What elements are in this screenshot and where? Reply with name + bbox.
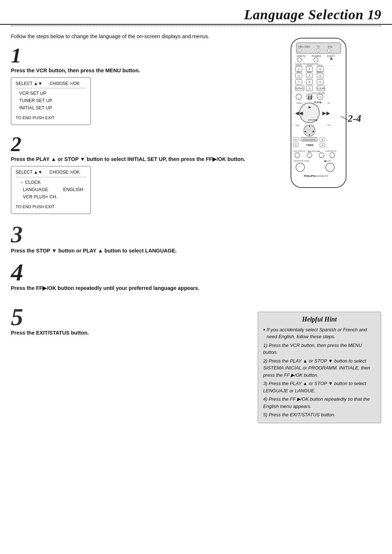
bottom-left: 5 Press the EXIT/STATUS button. xyxy=(11,301,250,423)
helpful-hint-box: Helpful Hint • If you accidentally selec… xyxy=(258,312,381,423)
svg-text:DBS: DBS xyxy=(297,71,301,73)
step-4-section: 4 Press the FF▶/OK button repeatedly unt… xyxy=(11,260,251,292)
svg-text:CLEAR: CLEAR xyxy=(317,87,325,90)
hint-step-4: 4) Press the FF ▶/OK button repeatedly s… xyxy=(263,396,376,410)
step-1-number: 1 xyxy=(11,45,251,66)
svg-text:▲: ▲ xyxy=(295,138,297,141)
svg-text:PLAY▶: PLAY▶ xyxy=(314,101,322,104)
svg-point-84 xyxy=(295,153,300,158)
step-2-number: 2 xyxy=(11,134,251,155)
menu-item-language: LANGUAGE xyxy=(16,186,48,193)
svg-point-12 xyxy=(314,58,318,62)
svg-text:STILL/SLOW: STILL/SLOW xyxy=(311,92,325,94)
svg-text:|◀◀ INDEX ▶▶|: |◀◀ INDEX ▶▶| xyxy=(307,150,320,152)
svg-text:▶▶: ▶▶ xyxy=(322,110,330,116)
menu-select-label-1: SELECT ▲▼ xyxy=(16,80,42,87)
svg-text:▼: ▼ xyxy=(295,144,297,146)
svg-point-7 xyxy=(328,49,331,52)
svg-text:+: + xyxy=(319,95,321,99)
svg-text:EJECT: EJECT xyxy=(327,55,335,57)
page-header: Language Selection 19 xyxy=(0,0,392,25)
step-5-section: 5 Press the EXIT/STATUS button. xyxy=(11,304,250,337)
svg-text:SKIP SEARCH: SKIP SEARCH xyxy=(293,150,305,152)
svg-point-6 xyxy=(317,49,320,52)
menu-footer-1: TO END PUSH EXIT xyxy=(16,114,86,121)
svg-text:4: 4 xyxy=(298,74,300,77)
svg-text:7: 7 xyxy=(298,80,299,84)
svg-text:VCR/TV: VCR/TV xyxy=(297,55,306,57)
svg-point-86 xyxy=(319,153,324,158)
svg-text:WEEKLY: WEEKLY xyxy=(316,71,324,73)
menu-choose-label-2: CHOOSE >/OK xyxy=(50,169,80,176)
svg-text:▶: ▶ xyxy=(309,105,311,109)
svg-text:FF: FF xyxy=(328,102,331,104)
menu-box-step2: SELECT ▲▼ CHOOSE >/OK → CLOCK LANGUAGE E… xyxy=(11,166,91,214)
hint-bullet-text: If you accidentally select Spanish or Fr… xyxy=(267,326,376,340)
step-3-section: 3 Press the STOP ▼ button or PLAY ▲ butt… xyxy=(11,223,251,255)
step-3-number: 3 xyxy=(11,223,251,246)
svg-text:DATE: DATE xyxy=(318,64,323,66)
step-4-number: 4 xyxy=(11,260,251,284)
menu-header-2: SELECT ▲▼ CHOOSE >/OK xyxy=(16,169,86,177)
svg-rect-14 xyxy=(330,59,332,60)
step-5-instruction: Press the EXIT/STATUS button. xyxy=(11,329,250,337)
svg-point-91 xyxy=(326,163,335,172)
svg-text:3: 3 xyxy=(319,68,321,71)
svg-text:VOL: VOL xyxy=(295,124,300,126)
svg-text:▼: ▼ xyxy=(309,134,311,136)
svg-point-85 xyxy=(307,153,312,158)
svg-text:START: START xyxy=(296,64,302,66)
remote-wrapper: CBL / DBS TV VOL VCR/TV POWER EJECT QUIC… xyxy=(269,36,370,212)
menu-header-1: SELECT ▲▼ CHOOSE >/OK xyxy=(16,80,86,88)
svg-text:EXIT/STATUS: EXIT/STATUS xyxy=(303,139,315,141)
page-number: 19 xyxy=(367,7,381,23)
menu-box-step1: SELECT ▲▼ CHOOSE >/OK VCR SET UP TUNER S… xyxy=(11,77,91,125)
svg-text:SPEED: SPEED xyxy=(296,87,304,90)
bullet-dot: • xyxy=(263,326,265,334)
hint-step-1: 1) Press the VCR button, then press the … xyxy=(263,342,376,356)
svg-text:5: 5 xyxy=(309,74,310,77)
svg-text:PHILIPS: PHILIPS xyxy=(304,174,315,178)
svg-point-87 xyxy=(330,153,335,158)
step-4-instruction: Press the FF▶/OK button repeatedly until… xyxy=(11,284,251,292)
hint-step-3: 3) Press the PLAY ▲ or STOP ▼ button to … xyxy=(263,380,376,394)
menu-item-vcr: VCR SET UP xyxy=(16,90,86,97)
svg-text:▼: ▼ xyxy=(321,144,323,146)
menu-select-label-2: SELECT ▲▼ xyxy=(16,169,42,176)
svg-text:▲: ▲ xyxy=(309,125,311,127)
svg-text:▲: ▲ xyxy=(321,138,323,141)
bottom-right: Helpful Hint • If you accidentally selec… xyxy=(258,301,381,423)
menu-item-initial: INITIAL SET UP xyxy=(16,104,86,112)
svg-text:0: 0 xyxy=(309,87,310,90)
menu-item-tuner: TUNER SET UP xyxy=(16,97,86,104)
svg-point-11 xyxy=(297,58,302,62)
menu-item-language-value: ENGLISH xyxy=(63,186,86,193)
right-column: CBL / DBS TV VOL VCR/TV POWER EJECT QUIC… xyxy=(258,33,381,297)
intro-text: Follow the steps below to change the lan… xyxy=(11,33,251,41)
svg-text:-: - xyxy=(298,95,299,99)
svg-text:6: 6 xyxy=(319,74,321,77)
svg-point-5 xyxy=(298,49,301,52)
menu-choose-label-1: CHOOSE >/OK xyxy=(50,80,80,87)
hint-text: • If you accidentally select Spanish or … xyxy=(263,326,376,418)
svg-text:2: 2 xyxy=(309,68,310,71)
hint-step-5: 5) Press the EXIT/STATUS button. xyxy=(263,411,376,418)
bottom-section: 5 Press the EXIT/STATUS button. Helpful … xyxy=(0,301,392,423)
svg-text:SMARTPICTURE: SMARTPICTURE xyxy=(294,160,309,162)
step-1-section: 1 Press the VCR button, then press the M… xyxy=(11,45,251,129)
svg-text:DAILY: DAILY xyxy=(307,71,313,73)
svg-text:TIMER: TIMER xyxy=(306,144,314,146)
svg-text:CH: CH xyxy=(328,124,331,126)
step-3-instruction: Press the STOP ▼ button or PLAY ▲ button… xyxy=(11,247,251,255)
step-2-instruction: Press the PLAY ▲ or STOP ▼ button to sel… xyxy=(11,155,251,163)
menu-item-vcrplus: VCR PLUS+ CH. xyxy=(16,193,86,201)
svg-text:REW: REW xyxy=(297,102,302,104)
step-5-number: 5 xyxy=(11,304,250,329)
svg-text:8: 8 xyxy=(309,80,310,84)
hint-title: Helpful Hint xyxy=(263,316,376,323)
svg-text:2-4: 2-4 xyxy=(347,113,361,124)
step-1-instruction: Press the VCR button, then press the MEN… xyxy=(11,67,251,74)
svg-text:9: 9 xyxy=(319,80,321,84)
menu-item-clock: → CLOCK xyxy=(16,179,86,186)
svg-text:▐▐: ▐▐ xyxy=(307,96,312,100)
